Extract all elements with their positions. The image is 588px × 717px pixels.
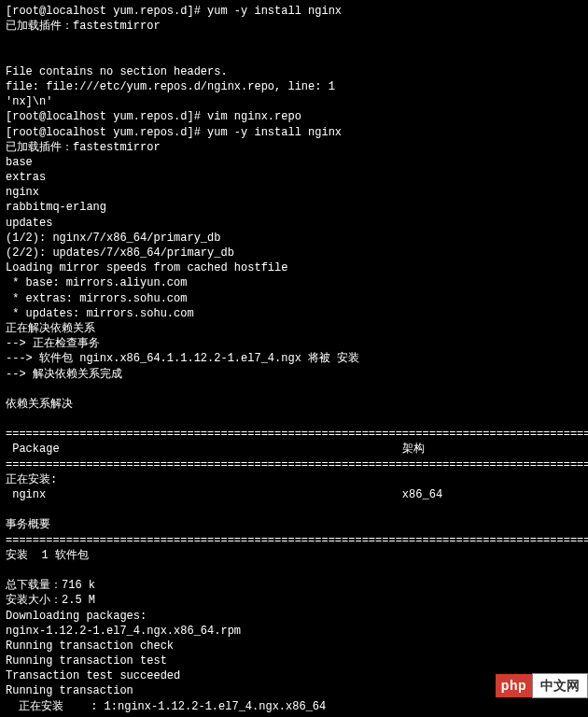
terminal-line: 已加载插件：fastestmirror <box>6 19 582 34</box>
terminal-line: rabbitmq-erlang <box>6 200 582 215</box>
terminal-line: * updates: mirrors.sohu.com <box>6 306 582 321</box>
terminal-line: Loading mirror speeds from cached hostfi… <box>6 260 582 275</box>
separator-line: ========================================… <box>6 457 582 472</box>
terminal-line: 安装 1 软件包 <box>6 548 582 563</box>
terminal-line: updates <box>6 216 582 231</box>
terminal-line: 正在解决依赖关系 <box>6 321 582 336</box>
terminal-line: ---> 软件包 nginx.x86_64.1.1.12.2-1.el7_4.n… <box>6 351 582 366</box>
watermark-left: php <box>496 674 532 697</box>
terminal-line: extras <box>6 170 582 185</box>
terminal-line: 安装大小：2.5 M <box>6 593 582 608</box>
terminal-line: (2/2): updates/7/x86_64/primary_db <box>6 246 582 260</box>
terminal-line: 总下载量：716 k <box>6 578 582 593</box>
terminal-line: Running transaction check <box>6 639 582 654</box>
table-row: nginx x86_64 <box>6 487 582 502</box>
blank-line <box>6 34 582 49</box>
terminal-line: 'nx]\n' <box>6 94 582 109</box>
terminal-output: [root@localhost yum.repos.d]# yum -y ins… <box>6 4 582 717</box>
blank-line <box>6 502 582 517</box>
blank-line <box>6 563 582 578</box>
terminal-line: Downloading packages: <box>6 609 582 624</box>
blank-line <box>6 412 582 427</box>
terminal-line: File contains no section headers. <box>6 64 582 79</box>
terminal-line: [root@localhost yum.repos.d]# yum -y ins… <box>6 4 582 19</box>
terminal-line: (1/2): nginx/7/x86_64/primary_db <box>6 231 582 246</box>
separator-line: ========================================… <box>6 533 582 548</box>
terminal-line: base <box>6 155 582 170</box>
terminal-line: * base: mirrors.aliyun.com <box>6 275 582 290</box>
terminal-line: nginx <box>6 185 582 200</box>
table-header: Package 架构 <box>6 442 582 457</box>
terminal-line: [root@localhost yum.repos.d]# yum -y ins… <box>6 125 582 140</box>
terminal-line: nginx-1.12.2-1.el7_4.ngx.x86_64.rpm <box>6 624 582 639</box>
blank-line <box>6 382 582 397</box>
terminal-line: --> 解决依赖关系完成 <box>6 367 582 382</box>
terminal-line: * extras: mirrors.sohu.com <box>6 291 582 306</box>
terminal-line: file: file:///etc/yum.repos.d/nginx.repo… <box>6 79 582 94</box>
terminal-line: 正在安装: <box>6 472 582 487</box>
terminal-line: 已加载插件：fastestmirror <box>6 140 582 155</box>
terminal-line: --> 正在检查事务 <box>6 336 582 351</box>
terminal-line: 依赖关系解决 <box>6 397 582 412</box>
terminal-line: 正在安装 : 1:nginx-1.12.2-1.el7_4.ngx.x86_64 <box>6 699 582 714</box>
watermark: php 中文网 <box>496 673 588 698</box>
terminal-line: [root@localhost yum.repos.d]# vim nginx.… <box>6 109 582 124</box>
separator-line: ========================================… <box>6 427 582 442</box>
watermark-right: 中文网 <box>532 673 588 698</box>
terminal-line: 事务概要 <box>6 517 582 532</box>
blank-line <box>6 49 582 64</box>
terminal-line: Running transaction test <box>6 654 582 668</box>
